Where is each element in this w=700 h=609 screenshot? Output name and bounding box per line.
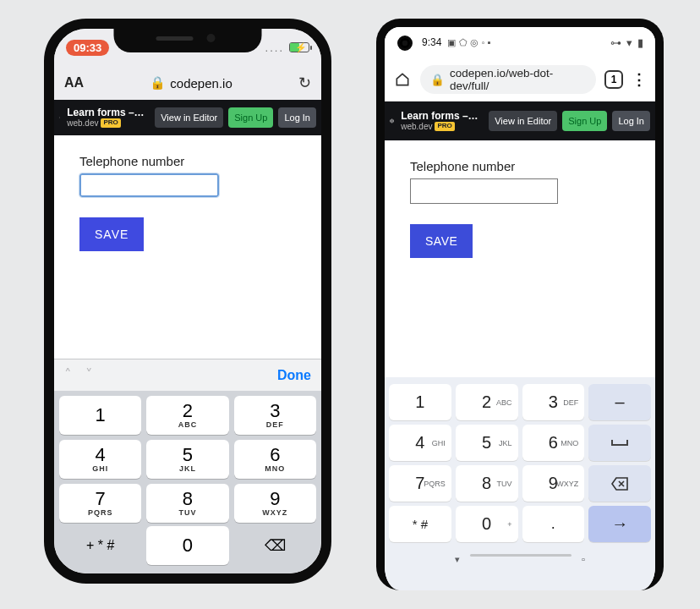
key-7[interactable]: 7PQRS	[389, 465, 451, 502]
key-5[interactable]: 5JKL	[456, 425, 518, 461]
ios-side-button	[50, 122, 53, 144]
pen-author: web.dev	[67, 118, 98, 128]
url-text: codepen.io/web-dot-dev/full/	[450, 67, 586, 92]
signup-button[interactable]: Sign Up	[228, 107, 273, 128]
reload-icon[interactable]: ↻	[298, 74, 311, 92]
keyboard-accessory-bar: ˄ ˅ Done	[54, 359, 321, 391]
codepen-toolbar: Learn forms – virt... web.dev PRO View i…	[54, 100, 321, 135]
ios-power-button	[322, 177, 325, 228]
key-2[interactable]: 2ABC	[456, 384, 518, 420]
view-editor-button[interactable]: View in Editor	[489, 111, 557, 131]
key-8[interactable]: 8TUV	[456, 465, 518, 502]
key-4[interactable]: 4GHI	[59, 440, 141, 479]
key-symbols[interactable]: * #	[389, 506, 451, 542]
save-button[interactable]: SAVE	[410, 224, 473, 258]
codepen-logo-icon	[59, 109, 60, 126]
telephone-input[interactable]	[410, 178, 558, 204]
nav-chevron-right-icon: ▫	[582, 554, 585, 565]
android-volume-button	[655, 150, 659, 209]
ios-volume-down	[50, 209, 53, 244]
next-field-icon[interactable]: ˅	[85, 366, 93, 384]
prev-field-icon[interactable]: ˄	[64, 366, 72, 384]
telephone-label: Telephone number	[79, 154, 296, 168]
key-symbols[interactable]: + * #	[59, 526, 141, 565]
status-icon: ⬠	[459, 37, 468, 47]
ios-numeric-keyboard: 12ABC3DEF4GHI5JKL6MNO7PQRS8TUV9WXYZ + * …	[54, 391, 321, 573]
ios-time-badge: 09:33	[66, 40, 109, 56]
pro-badge: PRO	[435, 122, 454, 131]
key-6[interactable]: 6MNO	[234, 440, 316, 479]
status-icon: ◦	[481, 37, 484, 47]
view-editor-button[interactable]: View in Editor	[155, 107, 223, 128]
key-3[interactable]: 3DEF	[234, 396, 316, 435]
android-time: 9:34	[422, 36, 441, 48]
page-content: Telephone number SAVE	[54, 135, 321, 359]
status-icon: ▮	[637, 36, 643, 49]
url-display[interactable]: 🔒 codepen.io	[150, 75, 232, 91]
key-8[interactable]: 8TUV	[146, 484, 228, 523]
page-content: Telephone number SAVE	[385, 140, 655, 377]
tab-count-button[interactable]: 1	[604, 70, 623, 89]
pen-author: web.dev	[401, 122, 432, 131]
key-enter[interactable]: →	[588, 506, 651, 542]
reader-mode-button[interactable]: AA	[64, 75, 84, 91]
status-icon: ▾	[626, 36, 632, 49]
lock-icon: 🔒	[150, 75, 166, 91]
key-delete[interactable]	[588, 465, 651, 502]
login-button[interactable]: Log In	[612, 111, 650, 131]
battery-icon: ⚡	[289, 42, 309, 52]
codepen-toolbar: Learn forms – virt... web.dev PRO View i…	[385, 102, 655, 140]
iphone-device: 09:33 .... ⚡ AA 🔒 codepen.io ↻ Learn for…	[44, 19, 331, 584]
login-button[interactable]: Log In	[278, 107, 316, 128]
key-1[interactable]: 1	[389, 384, 451, 420]
status-icon: ⊶	[610, 36, 621, 49]
key-2[interactable]: 2ABC	[146, 396, 228, 435]
telephone-input[interactable]	[79, 173, 219, 197]
overflow-menu-icon[interactable]: ⋮	[632, 70, 647, 89]
status-icon: ▣	[447, 37, 456, 47]
pen-title: Learn forms – virt...	[401, 111, 479, 122]
ios-volume-up	[50, 164, 53, 200]
android-numeric-keyboard: 12ABC3DEF–4GHI5JKL6MNO7PQRS8TUV9WXYZ* #0…	[385, 377, 655, 590]
pen-title: Learn forms – virt...	[67, 107, 145, 118]
key-.[interactable]: .	[522, 506, 585, 542]
key-–[interactable]: –	[588, 384, 651, 420]
key-4[interactable]: 4GHI	[389, 425, 451, 461]
telephone-label: Telephone number	[410, 159, 630, 173]
android-camera-hole	[397, 36, 413, 51]
codepen-logo-icon	[390, 112, 394, 129]
key-delete[interactable]: ⌫	[234, 526, 316, 565]
omnibox[interactable]: 🔒 codepen.io/web-dot-dev/full/	[420, 65, 596, 94]
key-space[interactable]	[588, 425, 651, 461]
save-button[interactable]: SAVE	[79, 217, 144, 251]
home-icon[interactable]	[393, 70, 412, 89]
key-6[interactable]: 6MNO	[522, 425, 585, 461]
nav-chevron-left-icon: ▾	[455, 554, 460, 565]
android-status-bar: 9:34 ▣ ⬠ ◎ ◦ ▪ ⊶ ▾ ▮	[385, 27, 655, 58]
android-url-bar: 🔒 codepen.io/web-dot-dev/full/ 1 ⋮	[385, 58, 655, 102]
android-power-button	[655, 226, 659, 256]
key-5[interactable]: 5JKL	[146, 440, 228, 479]
gesture-nav-bar: ▾ ▫	[389, 554, 651, 565]
key-0[interactable]: 0	[146, 526, 228, 565]
ios-cell-signal: ....	[265, 41, 284, 54]
key-9[interactable]: 9WXYZ	[522, 465, 585, 502]
key-1[interactable]: 1	[59, 396, 141, 435]
android-device: 9:34 ▣ ⬠ ◎ ◦ ▪ ⊶ ▾ ▮ 🔒 codepen.io/web-do…	[376, 19, 664, 590]
keyboard-done-button[interactable]: Done	[277, 368, 311, 383]
status-icon: ▪	[488, 37, 491, 47]
key-7[interactable]: 7PQRS	[59, 484, 141, 523]
pro-badge: PRO	[101, 118, 120, 128]
key-0[interactable]: 0+	[456, 506, 518, 542]
key-3[interactable]: 3DEF	[522, 384, 585, 420]
status-icon: ◎	[470, 37, 479, 47]
signup-button[interactable]: Sign Up	[562, 111, 607, 131]
iphone-notch	[114, 29, 262, 52]
key-9[interactable]: 9WXYZ	[234, 484, 316, 523]
ios-url-bar[interactable]: AA 🔒 codepen.io ↻	[54, 66, 321, 100]
nav-pill[interactable]	[470, 554, 571, 557]
lock-icon: 🔒	[430, 73, 445, 86]
